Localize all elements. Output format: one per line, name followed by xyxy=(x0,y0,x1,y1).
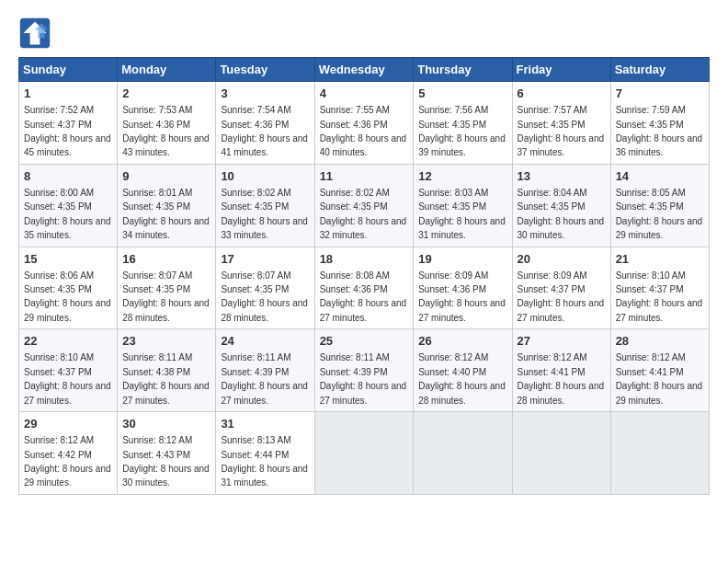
day-number: 15 xyxy=(24,251,112,268)
day-number: 12 xyxy=(418,168,506,185)
day-info: Sunrise: 7:56 AMSunset: 4:35 PMDaylight:… xyxy=(418,105,506,157)
logo-icon xyxy=(18,17,51,50)
calendar-cell: 9 Sunrise: 8:01 AMSunset: 4:35 PMDayligh… xyxy=(118,164,216,247)
calendar-cell: 31 Sunrise: 8:13 AMSunset: 4:44 PMDaylig… xyxy=(216,412,314,495)
calendar-cell xyxy=(610,412,709,495)
calendar-cell: 15 Sunrise: 8:06 AMSunset: 4:35 PMDaylig… xyxy=(19,247,118,329)
calendar-cell: 20 Sunrise: 8:09 AMSunset: 4:37 PMDaylig… xyxy=(512,247,610,329)
calendar-cell: 27 Sunrise: 8:12 AMSunset: 4:41 PMDaylig… xyxy=(512,329,610,412)
weekday-header: Friday xyxy=(512,58,610,82)
weekday-header: Wednesday xyxy=(314,58,414,82)
day-number: 31 xyxy=(221,416,309,432)
day-number: 27 xyxy=(518,333,606,350)
calendar-week-row: 22 Sunrise: 8:10 AMSunset: 4:37 PMDaylig… xyxy=(19,329,710,412)
day-number: 19 xyxy=(418,251,506,268)
day-info: Sunrise: 8:02 AMSunset: 4:35 PMDaylight:… xyxy=(320,188,407,240)
day-info: Sunrise: 8:10 AMSunset: 4:37 PMDaylight:… xyxy=(616,270,703,323)
day-number: 20 xyxy=(518,251,606,268)
calendar-week-row: 8 Sunrise: 8:00 AMSunset: 4:35 PMDayligh… xyxy=(19,164,710,247)
day-number: 8 xyxy=(24,168,112,185)
calendar-header-row: SundayMondayTuesdayWednesdayThursdayFrid… xyxy=(19,58,710,82)
day-info: Sunrise: 7:57 AMSunset: 4:35 PMDaylight:… xyxy=(518,105,605,157)
day-number: 10 xyxy=(221,168,309,185)
day-number: 3 xyxy=(221,86,309,102)
calendar-cell: 23 Sunrise: 8:11 AMSunset: 4:38 PMDaylig… xyxy=(118,329,216,412)
calendar-cell: 1 Sunrise: 7:52 AMSunset: 4:37 PMDayligh… xyxy=(19,82,118,165)
day-number: 30 xyxy=(122,416,210,432)
day-info: Sunrise: 8:12 AMSunset: 4:41 PMDaylight:… xyxy=(616,352,703,405)
calendar: SundayMondayTuesdayWednesdayThursdayFrid… xyxy=(18,57,710,495)
calendar-cell xyxy=(414,412,512,495)
day-number: 4 xyxy=(320,86,409,102)
calendar-cell: 18 Sunrise: 8:08 AMSunset: 4:36 PMDaylig… xyxy=(314,247,414,329)
calendar-cell: 10 Sunrise: 8:02 AMSunset: 4:35 PMDaylig… xyxy=(216,164,314,247)
calendar-cell: 7 Sunrise: 7:59 AMSunset: 4:35 PMDayligh… xyxy=(610,82,709,165)
day-number: 13 xyxy=(518,168,606,185)
day-number: 14 xyxy=(616,168,704,185)
calendar-cell: 8 Sunrise: 8:00 AMSunset: 4:35 PMDayligh… xyxy=(19,164,118,247)
day-number: 7 xyxy=(616,86,704,102)
day-info: Sunrise: 8:04 AMSunset: 4:35 PMDaylight:… xyxy=(518,188,605,240)
day-info: Sunrise: 8:09 AMSunset: 4:37 PMDaylight:… xyxy=(518,270,605,323)
calendar-cell: 13 Sunrise: 8:04 AMSunset: 4:35 PMDaylig… xyxy=(512,164,610,247)
day-info: Sunrise: 8:11 AMSunset: 4:38 PMDaylight:… xyxy=(122,352,210,405)
day-info: Sunrise: 7:59 AMSunset: 4:35 PMDaylight:… xyxy=(616,105,703,157)
day-number: 9 xyxy=(122,168,210,185)
calendar-cell: 2 Sunrise: 7:53 AMSunset: 4:36 PMDayligh… xyxy=(118,82,216,165)
calendar-cell: 4 Sunrise: 7:55 AMSunset: 4:36 PMDayligh… xyxy=(314,82,414,165)
calendar-cell: 19 Sunrise: 8:09 AMSunset: 4:36 PMDaylig… xyxy=(414,247,512,329)
day-number: 21 xyxy=(616,251,704,268)
calendar-cell: 29 Sunrise: 8:12 AMSunset: 4:42 PMDaylig… xyxy=(19,412,118,495)
day-info: Sunrise: 8:08 AMSunset: 4:36 PMDaylight:… xyxy=(320,270,407,323)
calendar-cell: 21 Sunrise: 8:10 AMSunset: 4:37 PMDaylig… xyxy=(610,247,709,329)
day-number: 24 xyxy=(221,333,309,350)
day-info: Sunrise: 8:05 AMSunset: 4:35 PMDaylight:… xyxy=(616,188,703,240)
calendar-cell: 12 Sunrise: 8:03 AMSunset: 4:35 PMDaylig… xyxy=(414,164,512,247)
calendar-cell xyxy=(512,412,610,495)
day-info: Sunrise: 7:53 AMSunset: 4:36 PMDaylight:… xyxy=(122,105,210,157)
calendar-cell: 26 Sunrise: 8:12 AMSunset: 4:40 PMDaylig… xyxy=(414,329,512,412)
day-info: Sunrise: 8:12 AMSunset: 4:43 PMDaylight:… xyxy=(122,435,210,488)
calendar-cell: 17 Sunrise: 8:07 AMSunset: 4:35 PMDaylig… xyxy=(216,247,314,329)
weekday-header: Sunday xyxy=(19,58,118,82)
day-info: Sunrise: 8:12 AMSunset: 4:40 PMDaylight:… xyxy=(418,352,506,405)
day-info: Sunrise: 8:07 AMSunset: 4:35 PMDaylight:… xyxy=(122,270,210,323)
day-number: 2 xyxy=(122,86,210,102)
day-number: 11 xyxy=(320,168,409,185)
calendar-week-row: 29 Sunrise: 8:12 AMSunset: 4:42 PMDaylig… xyxy=(19,412,710,495)
day-info: Sunrise: 8:07 AMSunset: 4:35 PMDaylight:… xyxy=(221,270,308,323)
calendar-cell: 22 Sunrise: 8:10 AMSunset: 4:37 PMDaylig… xyxy=(19,329,118,412)
calendar-cell: 5 Sunrise: 7:56 AMSunset: 4:35 PMDayligh… xyxy=(414,82,512,165)
calendar-cell: 28 Sunrise: 8:12 AMSunset: 4:41 PMDaylig… xyxy=(610,329,709,412)
calendar-cell xyxy=(314,412,414,495)
calendar-cell: 16 Sunrise: 8:07 AMSunset: 4:35 PMDaylig… xyxy=(118,247,216,329)
day-info: Sunrise: 8:11 AMSunset: 4:39 PMDaylight:… xyxy=(320,352,407,405)
day-info: Sunrise: 7:52 AMSunset: 4:37 PMDaylight:… xyxy=(24,105,111,157)
day-info: Sunrise: 8:02 AMSunset: 4:35 PMDaylight:… xyxy=(221,188,308,240)
logo xyxy=(18,17,57,50)
calendar-cell: 14 Sunrise: 8:05 AMSunset: 4:35 PMDaylig… xyxy=(610,164,709,247)
day-info: Sunrise: 8:03 AMSunset: 4:35 PMDaylight:… xyxy=(418,188,506,240)
day-number: 23 xyxy=(122,333,210,350)
weekday-header: Thursday xyxy=(414,58,512,82)
day-number: 25 xyxy=(320,333,409,350)
calendar-cell: 6 Sunrise: 7:57 AMSunset: 4:35 PMDayligh… xyxy=(512,82,610,165)
calendar-cell: 25 Sunrise: 8:11 AMSunset: 4:39 PMDaylig… xyxy=(314,329,414,412)
day-info: Sunrise: 8:12 AMSunset: 4:41 PMDaylight:… xyxy=(518,352,605,405)
weekday-header: Tuesday xyxy=(216,58,314,82)
day-number: 5 xyxy=(418,86,506,102)
day-number: 22 xyxy=(24,333,112,350)
day-info: Sunrise: 8:06 AMSunset: 4:35 PMDaylight:… xyxy=(24,270,111,323)
day-info: Sunrise: 8:09 AMSunset: 4:36 PMDaylight:… xyxy=(418,270,506,323)
day-info: Sunrise: 8:01 AMSunset: 4:35 PMDaylight:… xyxy=(122,188,210,240)
day-info: Sunrise: 7:55 AMSunset: 4:36 PMDaylight:… xyxy=(320,105,407,157)
day-number: 17 xyxy=(221,251,309,268)
day-number: 29 xyxy=(24,416,112,432)
weekday-header: Saturday xyxy=(610,58,709,82)
day-info: Sunrise: 8:13 AMSunset: 4:44 PMDaylight:… xyxy=(221,435,308,488)
day-number: 16 xyxy=(122,251,210,268)
page-container: SundayMondayTuesdayWednesdayThursdayFrid… xyxy=(0,0,728,504)
day-info: Sunrise: 8:10 AMSunset: 4:37 PMDaylight:… xyxy=(24,352,111,405)
calendar-cell: 30 Sunrise: 8:12 AMSunset: 4:43 PMDaylig… xyxy=(118,412,216,495)
calendar-cell: 3 Sunrise: 7:54 AMSunset: 4:36 PMDayligh… xyxy=(216,82,314,165)
